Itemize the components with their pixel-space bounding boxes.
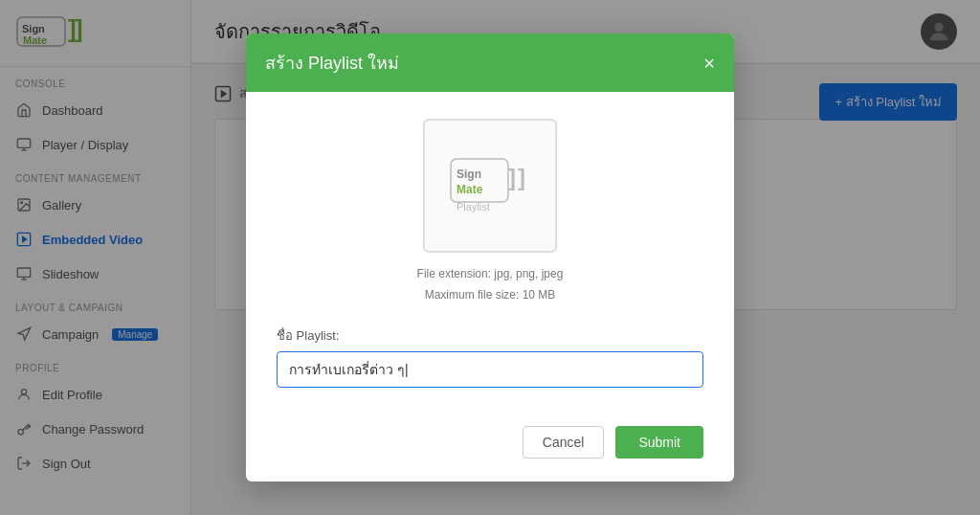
upload-area[interactable]: Sign Mate ] ] Playlist bbox=[423, 119, 557, 253]
svg-text:Mate: Mate bbox=[457, 183, 483, 196]
modal-overlay: สร้าง Playlist ใหม่ × Sign Mate ] ] Play… bbox=[0, 0, 980, 515]
svg-text:]: ] bbox=[508, 165, 516, 190]
submit-button[interactable]: Submit bbox=[615, 426, 703, 459]
upload-logo: Sign Mate ] ] Playlist bbox=[447, 155, 533, 217]
file-ext-text: File extension: jpg, png, jpeg bbox=[277, 264, 703, 285]
svg-text:Playlist: Playlist bbox=[457, 201, 490, 213]
create-playlist-modal: สร้าง Playlist ใหม่ × Sign Mate ] ] Play… bbox=[246, 34, 734, 481]
modal-header: สร้าง Playlist ใหม่ × bbox=[246, 34, 734, 92]
playlist-name-input[interactable] bbox=[277, 351, 703, 388]
svg-text:Sign: Sign bbox=[457, 168, 481, 181]
cancel-button[interactable]: Cancel bbox=[523, 426, 605, 459]
svg-text:]: ] bbox=[518, 165, 525, 190]
max-size-text: Maximum file size: 10 MB bbox=[277, 285, 703, 306]
modal-close-button[interactable]: × bbox=[703, 54, 715, 73]
file-info: File extension: jpg, png, jpeg Maximum f… bbox=[277, 264, 703, 305]
modal-body: Sign Mate ] ] Playlist File extension: j… bbox=[246, 92, 734, 410]
modal-title: สร้าง Playlist ใหม่ bbox=[265, 49, 399, 77]
modal-footer: Cancel Submit bbox=[246, 411, 734, 481]
playlist-name-label: ชื่อ Playlist: bbox=[277, 325, 703, 346]
